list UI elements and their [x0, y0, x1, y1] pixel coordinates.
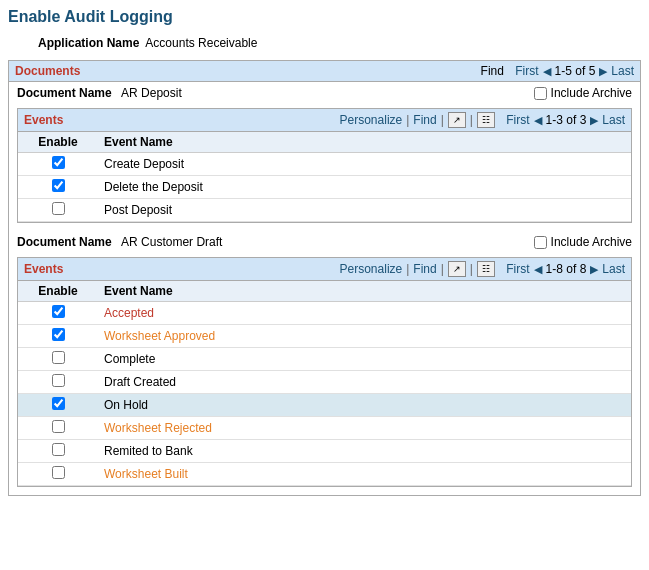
doc2-events-nav: Personalize | Find | ↗ | ☷ First ◀ 1-8 o…: [340, 261, 625, 277]
enable-cell: [18, 371, 98, 394]
doc1-events-table: Enable Event Name Create DepositDelete t…: [18, 132, 631, 222]
doc2-next-arrow[interactable]: ▶: [590, 263, 598, 276]
doc2-row: Document Name AR Customer Draft Include …: [9, 231, 640, 253]
doc2-last-link[interactable]: Last: [602, 262, 625, 276]
enable-checkbox[interactable]: [52, 420, 65, 433]
event-name-cell: Accepted: [98, 302, 631, 325]
table-row: Create Deposit: [18, 153, 631, 176]
table-row: Remited to Bank: [18, 440, 631, 463]
doc1-col-enable: Enable: [18, 132, 98, 153]
enable-checkbox[interactable]: [52, 443, 65, 456]
documents-prev-arrow[interactable]: ◀: [543, 65, 551, 78]
event-name-cell: Worksheet Rejected: [98, 417, 631, 440]
enable-checkbox[interactable]: [52, 328, 65, 341]
enable-cell: [18, 440, 98, 463]
enable-checkbox[interactable]: [52, 179, 65, 192]
doc2-col-enable: Enable: [18, 281, 98, 302]
doc1-events-nav: Personalize | Find | ↗ | ☷ First ◀ 1-3 o…: [340, 112, 625, 128]
enable-cell: [18, 394, 98, 417]
table-row: Worksheet Rejected: [18, 417, 631, 440]
enable-checkbox[interactable]: [52, 374, 65, 387]
doc2-find-link[interactable]: Find: [413, 262, 436, 276]
enable-cell: [18, 417, 98, 440]
doc2-include-archive-label: Include Archive: [551, 235, 632, 249]
documents-next-arrow[interactable]: ▶: [599, 65, 607, 78]
doc2-events-section: Events Personalize | Find | ↗ | ☷ First …: [17, 257, 632, 487]
app-name-value: Accounts Receivable: [145, 36, 257, 50]
event-name-cell: Complete: [98, 348, 631, 371]
doc2-grid-icon[interactable]: ☷: [477, 261, 495, 277]
documents-nav: Find First ◀ 1-5 of 5 ▶ Last: [481, 64, 634, 78]
doc1-first-link[interactable]: First: [506, 113, 529, 127]
event-name: Worksheet Rejected: [104, 421, 212, 435]
doc1-name-area: Document Name AR Deposit: [17, 86, 182, 100]
doc2-pagination: 1-8 of 8: [546, 262, 587, 276]
app-name-row: Application Name Accounts Receivable: [8, 36, 641, 50]
doc1-find-link[interactable]: Find: [413, 113, 436, 127]
doc1-table-header: Enable Event Name: [18, 132, 631, 153]
doc1-last-link[interactable]: Last: [602, 113, 625, 127]
doc1-events-section: Events Personalize | Find | ↗ | ☷ First …: [17, 108, 632, 223]
doc2-include-archive-checkbox[interactable]: [534, 236, 547, 249]
doc1-col-event: Event Name: [98, 132, 631, 153]
doc1-prev-arrow[interactable]: ◀: [534, 114, 542, 127]
enable-checkbox[interactable]: [52, 156, 65, 169]
event-name-cell: Draft Created: [98, 371, 631, 394]
event-name-cell: Remited to Bank: [98, 440, 631, 463]
table-row: On Hold: [18, 394, 631, 417]
enable-cell: [18, 199, 98, 222]
event-name: Post Deposit: [104, 203, 172, 217]
page-title: Enable Audit Logging: [8, 8, 641, 26]
doc2-personalize-link[interactable]: Personalize: [340, 262, 403, 276]
table-row: Complete: [18, 348, 631, 371]
event-name-cell: On Hold: [98, 394, 631, 417]
event-name: Worksheet Built: [104, 467, 188, 481]
table-row: Delete the Deposit: [18, 176, 631, 199]
doc2-name-label: Document Name: [17, 235, 112, 249]
doc1-next-arrow[interactable]: ▶: [590, 114, 598, 127]
doc1-personalize-link[interactable]: Personalize: [340, 113, 403, 127]
documents-first-link[interactable]: First: [515, 64, 538, 78]
event-name: Accepted: [104, 306, 154, 320]
event-name: Create Deposit: [104, 157, 184, 171]
event-name: Delete the Deposit: [104, 180, 203, 194]
event-name: On Hold: [104, 398, 148, 412]
event-name-cell: Worksheet Approved: [98, 325, 631, 348]
doc1-include-archive-checkbox[interactable]: [534, 87, 547, 100]
doc1-include-archive-label: Include Archive: [551, 86, 632, 100]
enable-cell: [18, 463, 98, 486]
doc1-name-value: AR Deposit: [121, 86, 182, 100]
enable-checkbox[interactable]: [52, 466, 65, 479]
doc2-first-link[interactable]: First: [506, 262, 529, 276]
enable-checkbox[interactable]: [52, 351, 65, 364]
event-name-cell: Create Deposit: [98, 153, 631, 176]
doc2-export-icon[interactable]: ↗: [448, 261, 466, 277]
doc2-events-table: Enable Event Name AcceptedWorksheet Appr…: [18, 281, 631, 486]
doc2-name-area: Document Name AR Customer Draft: [17, 235, 222, 249]
doc1-grid-icon[interactable]: ☷: [477, 112, 495, 128]
documents-find-label: Find: [481, 64, 504, 78]
documents-last-link[interactable]: Last: [611, 64, 634, 78]
enable-checkbox[interactable]: [52, 305, 65, 318]
enable-checkbox[interactable]: [52, 397, 65, 410]
doc1-export-icon[interactable]: ↗: [448, 112, 466, 128]
doc2-prev-arrow[interactable]: ◀: [534, 263, 542, 276]
event-name-cell: Worksheet Built: [98, 463, 631, 486]
doc1-pagination: 1-3 of 3: [546, 113, 587, 127]
table-row: Worksheet Approved: [18, 325, 631, 348]
enable-cell: [18, 153, 98, 176]
enable-checkbox[interactable]: [52, 202, 65, 215]
doc2-events-toolbar: Personalize | Find | ↗ | ☷: [340, 261, 495, 277]
event-name: Worksheet Approved: [104, 329, 215, 343]
enable-cell: [18, 302, 98, 325]
table-row: Worksheet Built: [18, 463, 631, 486]
enable-cell: [18, 348, 98, 371]
event-name-cell: Post Deposit: [98, 199, 631, 222]
doc1-events-title: Events: [24, 113, 63, 127]
documents-header: Documents Find First ◀ 1-5 of 5 ▶ Last: [9, 61, 640, 82]
doc2-table-header: Enable Event Name: [18, 281, 631, 302]
documents-title: Documents: [15, 64, 80, 78]
event-name: Remited to Bank: [104, 444, 193, 458]
documents-pagination: 1-5 of 5: [555, 64, 596, 78]
event-name-cell: Delete the Deposit: [98, 176, 631, 199]
